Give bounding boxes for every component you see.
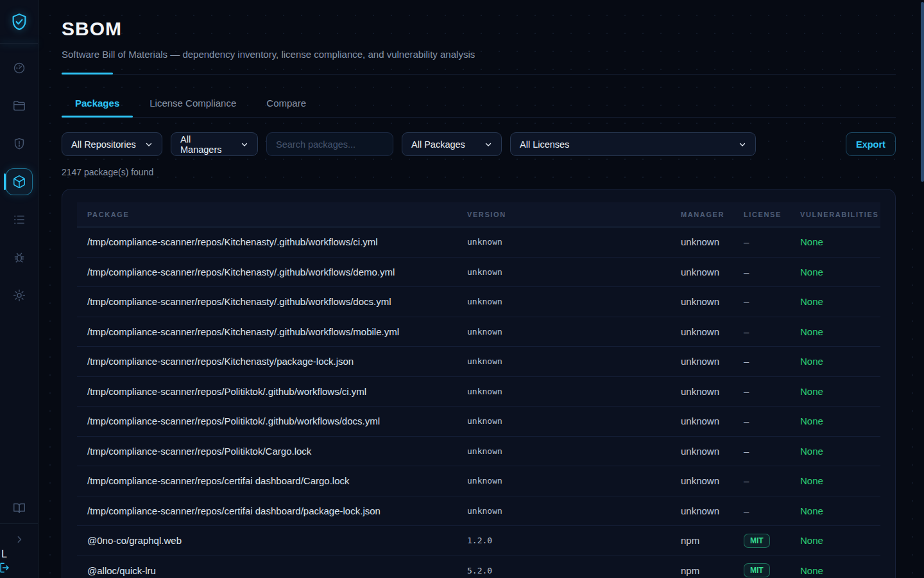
tab-packages[interactable]: Packages (62, 98, 133, 117)
package-manager: npm (681, 535, 744, 546)
app-logo[interactable] (0, 0, 38, 44)
vulnerability-status: None (800, 475, 870, 486)
main-content: SBOM Software Bill of Materials — depend… (38, 0, 924, 578)
vulnerability-status: None (800, 236, 870, 247)
bug-icon (12, 250, 26, 265)
package-license: MIT (744, 563, 800, 577)
package-version: unknown (467, 446, 681, 456)
table-body: /tmp/compliance-scanner/repos/Kitchenast… (77, 227, 880, 578)
licenses-select[interactable]: All Licenses (510, 132, 756, 156)
package-license: – (744, 446, 800, 457)
table-row[interactable]: /tmp/compliance-scanner/repos/Politiktok… (77, 437, 880, 467)
package-license: – (744, 505, 800, 516)
package-version: unknown (467, 416, 681, 426)
package-path: /tmp/compliance-scanner/repos/Kitchenast… (87, 296, 467, 307)
vulnerability-status: None (800, 296, 870, 307)
logout-label: L (1, 548, 7, 559)
export-button[interactable]: Export (846, 132, 896, 156)
package-path: /tmp/compliance-scanner/repos/Kitchenast… (87, 326, 467, 337)
packages-table-card: PACKAGE VERSION MANAGER LICENSE VULNERAB… (62, 189, 896, 578)
package-path: /tmp/compliance-scanner/repos/Politiktok… (87, 416, 467, 426)
shield-alert-icon (12, 137, 26, 151)
package-manager: unknown (681, 386, 744, 397)
vulnerability-status: None (800, 267, 870, 277)
package-manager: unknown (681, 236, 744, 247)
sidebar-item-gauge[interactable] (6, 55, 33, 82)
package-manager: unknown (681, 505, 744, 516)
tab-compare[interactable]: Compare (253, 98, 320, 117)
table-row[interactable]: /tmp/compliance-scanner/repos/Politiktok… (77, 407, 880, 437)
package-manager: unknown (681, 475, 744, 486)
vulnerability-status: None (800, 535, 870, 546)
gear-icon (12, 288, 26, 302)
package-license: – (744, 326, 800, 337)
sidebar-item-folder[interactable] (6, 92, 33, 119)
package-version: unknown (467, 356, 681, 366)
package-manager: unknown (681, 326, 744, 337)
table-row[interactable]: /tmp/compliance-scanner/repos/certifai d… (77, 466, 880, 496)
shield-check-icon (10, 12, 29, 31)
managers-select[interactable]: All Managers (171, 132, 258, 156)
sidebar-collapse-toggle[interactable] (6, 528, 33, 551)
sidebar-item-docs[interactable] (6, 496, 33, 520)
table-row[interactable]: /tmp/compliance-scanner/repos/Kitchenast… (77, 287, 880, 317)
package-license: – (744, 416, 800, 426)
table-row[interactable]: /tmp/compliance-scanner/repos/Kitchenast… (77, 317, 880, 347)
package-license: – (744, 296, 800, 307)
package-version: unknown (467, 387, 681, 396)
package-path: /tmp/compliance-scanner/repos/Politiktok… (87, 386, 467, 397)
package-path: /tmp/compliance-scanner/repos/certifai d… (87, 475, 467, 486)
tab-license-compliance[interactable]: License Compliance (136, 98, 250, 117)
table-header-row: PACKAGE VERSION MANAGER LICENSE VULNERAB… (77, 202, 880, 227)
package-path: @0no-co/graphql.web (87, 535, 467, 546)
package-path: /tmp/compliance-scanner/repos/Kitchenast… (87, 356, 467, 367)
vulnerability-status: None (800, 416, 870, 426)
page-subtitle: Software Bill of Materials — dependency … (62, 49, 896, 60)
filter-bar: All Repositories All Managers All Packag… (62, 132, 896, 156)
package-manager: unknown (681, 267, 744, 277)
table-row[interactable]: /tmp/compliance-scanner/repos/Kitchenast… (77, 258, 880, 288)
sidebar-item-shield-alert[interactable] (6, 130, 33, 157)
sidebar-item-list[interactable] (6, 206, 33, 233)
package-license: – (744, 475, 800, 486)
vulnerability-status: None (800, 446, 870, 457)
repositories-select[interactable]: All Repositories (62, 132, 162, 156)
table-row[interactable]: /tmp/compliance-scanner/repos/Politiktok… (77, 377, 880, 407)
tab-bar: Packages License Compliance Compare (62, 98, 896, 118)
search-input[interactable] (266, 132, 393, 156)
title-divider (62, 73, 896, 74)
table-row[interactable]: /tmp/compliance-scanner/repos/Kitchenast… (77, 347, 880, 377)
table-row[interactable]: @alloc/quick-lru 5.2.0 npm MIT None (77, 556, 880, 578)
package-manager: npm (681, 565, 744, 576)
license-badge: MIT (744, 563, 770, 577)
package-path: /tmp/compliance-scanner/repos/Kitchenast… (87, 267, 467, 277)
sidebar-nav (0, 55, 38, 309)
package-version: 1.2.0 (467, 536, 681, 545)
sidebar-item-bug[interactable] (6, 244, 33, 271)
packages-select[interactable]: All Packages (402, 132, 502, 156)
table-row[interactable]: /tmp/compliance-scanner/repos/Kitchenast… (77, 227, 880, 258)
table-row[interactable]: /tmp/compliance-scanner/repos/certifai d… (77, 496, 880, 527)
package-version: unknown (467, 476, 681, 486)
sidebar-item-gear[interactable] (6, 282, 33, 309)
vulnerability-status: None (800, 356, 870, 367)
table-row[interactable]: @0no-co/graphql.web 1.2.0 npm MIT None (77, 526, 880, 556)
package-version: 5.2.0 (467, 566, 681, 575)
sidebar-item-package[interactable] (6, 168, 33, 195)
logout-icon (0, 561, 11, 574)
column-header-package: PACKAGE (87, 211, 467, 218)
licenses-select-value: All Licenses (520, 139, 569, 150)
packages-select-value: All Packages (411, 139, 465, 150)
chevron-right-icon (13, 533, 26, 546)
results-count: 2147 package(s) found (62, 167, 896, 177)
package-license: – (744, 356, 800, 367)
scrollbar-thumb[interactable] (921, 2, 924, 182)
logout-overflow[interactable]: L (1, 549, 14, 572)
package-icon (12, 175, 26, 189)
package-version: unknown (467, 506, 681, 516)
package-license: – (744, 236, 800, 247)
package-manager: unknown (681, 416, 744, 426)
package-path: /tmp/compliance-scanner/repos/Kitchenast… (87, 236, 467, 247)
package-manager: unknown (681, 356, 744, 367)
license-badge: MIT (744, 534, 770, 548)
